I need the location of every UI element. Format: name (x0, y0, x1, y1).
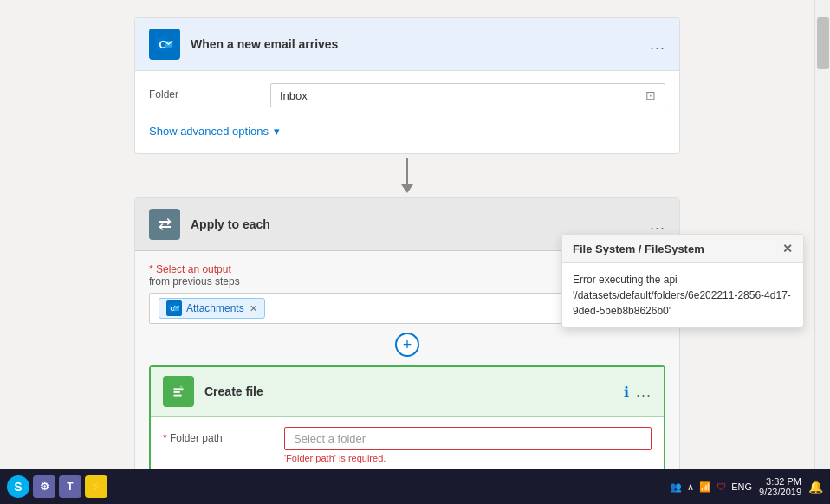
wifi-icon: 📶 (699, 481, 711, 493)
taskbar-time-date: 3:32 PM 9/23/2019 (759, 476, 801, 497)
outlook-svg: O (155, 35, 174, 54)
email-trigger-header: O When a new email arrives ... (135, 18, 679, 71)
email-trigger-card: O When a new email arrives ... Folder In… (134, 17, 680, 154)
folder-path-row: Folder path Select a folder 'Folder path… (163, 427, 652, 463)
attachments-token-label: Attachments (186, 302, 244, 314)
arrow-line-1 (401, 158, 413, 193)
add-step-button[interactable]: + (395, 333, 419, 357)
advanced-options-toggle[interactable]: Show advanced options ▾ (149, 118, 665, 141)
network-icon: 👥 (670, 481, 682, 493)
svg-rect-10 (180, 386, 183, 389)
select-sublabel: from previous steps (149, 275, 240, 288)
taskbar-time: 3:32 PM (759, 476, 801, 487)
folder-label: Folder (149, 83, 270, 100)
required-star: * (149, 263, 156, 275)
advanced-options-label: Show advanced options (149, 125, 269, 138)
language-label: ENG (731, 481, 752, 492)
apply-each-title: Apply to each (191, 217, 650, 231)
security-icon: 🛡 (717, 481, 726, 492)
token-close-icon[interactable]: ✕ (250, 303, 257, 314)
create-file-card: Create file ℹ ... Folder path Select a f… (149, 365, 665, 485)
folder-icon: ⊡ (645, 88, 656, 102)
folder-path-placeholder: Select a folder (294, 432, 366, 445)
folder-path-input[interactable]: Select a folder (284, 427, 652, 450)
svg-rect-7 (174, 388, 184, 390)
email-trigger-body: Folder Inbox ⊡ Show advanced options ▾ (135, 71, 679, 153)
apply-each-icon: ⇄ (149, 209, 180, 240)
error-popup-title: File System / FileSystem (573, 242, 704, 255)
create-file-header: Create file ℹ ... (151, 367, 664, 417)
folder-path-error: 'Folder path' is required. (284, 453, 652, 463)
scrollbar-thumb[interactable] (817, 17, 829, 69)
email-trigger-title: When a new email arrives (191, 37, 650, 51)
create-file-icon (163, 376, 194, 407)
expand-icon: ∧ (687, 481, 694, 493)
error-popup-body: Error executing the api '/datasets/defau… (562, 263, 803, 327)
folder-row: Folder Inbox ⊡ (149, 83, 665, 107)
token-outlook-svg: O (169, 303, 179, 313)
error-popup: File System / FileSystem ✕ Error executi… (561, 234, 804, 328)
notification-area: 👥 ∧ 📶 🛡 ENG (670, 481, 752, 493)
folder-path-field-wrapper: Select a folder 'Folder path' is require… (284, 427, 652, 463)
error-popup-header: File System / FileSystem ✕ (562, 235, 803, 263)
connector-line (406, 158, 408, 184)
info-icon[interactable]: ℹ (624, 384, 629, 400)
teams-app[interactable]: T (59, 475, 81, 498)
taskbar-right: 👥 ∧ 📶 🛡 ENG 3:32 PM 9/23/2019 🔔 (670, 476, 823, 497)
notification-bell-icon[interactable]: 🔔 (808, 480, 823, 494)
attachments-token: O Attachments ✕ (159, 298, 265, 319)
chevron-down-icon: ▾ (274, 125, 280, 138)
select-label-text: Select an output (156, 263, 231, 275)
arrow-connector-1 (26, 154, 788, 197)
arrowhead (401, 184, 413, 193)
powerbi-app[interactable]: ⚡ (85, 475, 107, 498)
outlook-icon: O (149, 29, 180, 60)
create-file-menu[interactable]: ... (636, 383, 652, 401)
create-file-svg (169, 382, 188, 401)
error-popup-close-button[interactable]: ✕ (782, 242, 793, 255)
skype-app[interactable]: S (7, 475, 29, 498)
apply-each-menu[interactable]: ... (650, 216, 665, 234)
taskbar-date: 9/23/2019 (759, 487, 801, 497)
create-file-title: Create file (204, 384, 624, 398)
scrollbar[interactable] (814, 0, 830, 485)
folder-path-label: Folder path (163, 427, 284, 444)
svg-rect-8 (174, 391, 180, 393)
add-circle-container: + (149, 333, 665, 357)
settings-app[interactable]: ⚙ (33, 475, 55, 498)
email-trigger-menu[interactable]: ... (650, 36, 665, 54)
taskbar: S ⚙ T ⚡ 👥 ∧ 📶 🛡 ENG 3:32 PM 9/23/2019 🔔 (0, 469, 830, 504)
folder-input[interactable]: Inbox ⊡ (270, 83, 665, 107)
svg-rect-9 (174, 395, 182, 397)
folder-value: Inbox (280, 89, 308, 102)
token-outlook-icon: O (166, 300, 182, 316)
